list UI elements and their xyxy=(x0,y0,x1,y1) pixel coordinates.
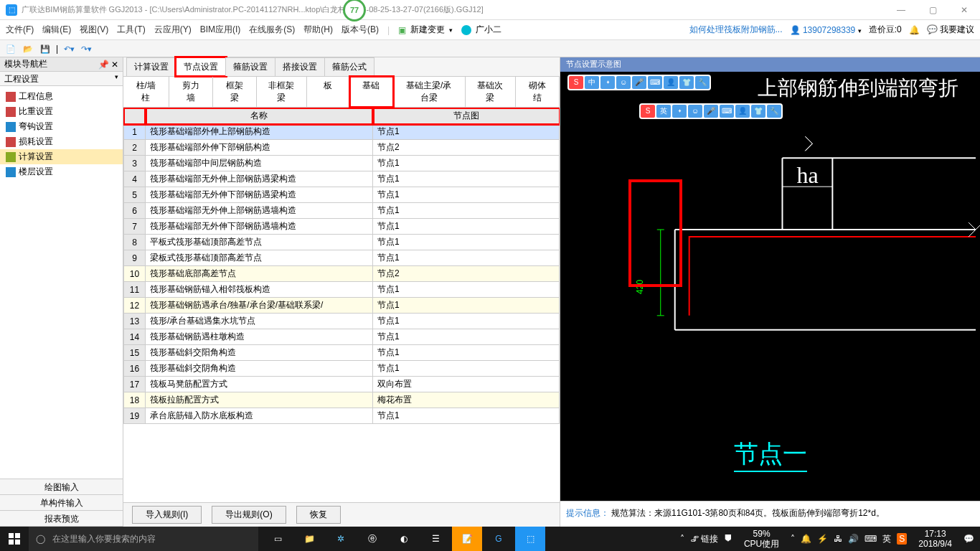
menu-cloud[interactable]: 云应用(Y) xyxy=(154,24,192,36)
ime-mic-icon[interactable]: 🎤 xyxy=(632,76,646,89)
edge-icon[interactable]: ⓔ xyxy=(357,527,387,551)
table-row[interactable]: 5筏形基础端部无外伸下部钢筋遇梁构造节点1 xyxy=(124,187,560,203)
lower-tab-3[interactable]: 非框架梁 xyxy=(257,77,307,107)
table-row[interactable]: 6筏形基础端部无外伸上部钢筋遇墙构造节点1 xyxy=(124,203,560,219)
redo-icon[interactable]: ↷▾ xyxy=(80,42,93,55)
tray-kbd-icon[interactable]: ⌨ xyxy=(864,534,877,544)
table-row[interactable]: 2筏形基础端部外伸下部钢筋构造节点2 xyxy=(124,140,560,156)
pin-icon[interactable]: 📌 ✕ xyxy=(98,60,118,70)
report-preview-button[interactable]: 报表预览 xyxy=(0,511,123,527)
menu-bim[interactable]: BIM应用(I) xyxy=(200,24,241,36)
table-row[interactable]: 14筏形基础钢筋遇柱墩构造节点1 xyxy=(124,329,560,345)
minimize-button[interactable]: — xyxy=(885,0,917,20)
export-rules-button[interactable]: 导出规则(O) xyxy=(212,506,286,524)
user-label[interactable]: 广小二 xyxy=(461,24,501,36)
save-icon[interactable]: 💾 xyxy=(39,42,52,55)
cpu-meter[interactable]: 59%CPU使用 xyxy=(738,527,785,550)
table-row[interactable]: 19承台底筋锚入防水底板构造节点1 xyxy=(124,408,560,424)
tree-item-0[interactable]: 工程信息 xyxy=(0,89,123,104)
tray-icon-1[interactable]: ⛊ xyxy=(724,534,732,544)
draw-input-button[interactable]: 绘图输入 xyxy=(0,479,123,495)
lower-tab-2[interactable]: 框架梁 xyxy=(213,77,257,107)
new-change-button[interactable]: ▣新建变更▾ xyxy=(398,24,453,36)
new-icon[interactable]: 📄 xyxy=(4,42,17,55)
feedback-button[interactable]: 💬 我要建议 xyxy=(927,24,974,36)
tray-bell-icon[interactable]: 🔔 xyxy=(801,534,811,544)
taskbar-search[interactable]: ◯ 在这里输入你要搜索的内容 xyxy=(29,527,258,551)
tray-chevron-icon[interactable]: ˄ xyxy=(680,534,684,544)
upper-tab-2[interactable]: 箍筋设置 xyxy=(225,57,275,76)
table-row[interactable]: 16筏形基础斜交阴角构造节点1 xyxy=(124,361,560,377)
app-icon-6[interactable]: G xyxy=(484,527,514,551)
question-link[interactable]: 如何处理筏板附加钢筋... xyxy=(689,24,783,36)
phone-label[interactable]: 👤 13907298339 ▾ xyxy=(790,25,862,35)
table-row[interactable]: 13筏形/承台基础遇集水坑节点节点1 xyxy=(124,314,560,329)
lower-tab-7[interactable]: 基础次梁 xyxy=(466,77,516,107)
tray-net-icon[interactable]: 🖧 xyxy=(834,534,842,544)
app-icon-2[interactable]: ✲ xyxy=(326,527,356,551)
table-row[interactable]: 3筏形基础端部中间层钢筋构造节点1 xyxy=(124,156,560,171)
project-settings-header[interactable]: 工程设置 ▾ xyxy=(0,72,123,86)
import-rules-button[interactable]: 导入规则(I) xyxy=(132,506,202,524)
table-row[interactable]: 4筏形基础端部无外伸上部钢筋遇梁构造节点1 xyxy=(124,171,560,187)
tree-item-2[interactable]: 弯钩设置 xyxy=(0,119,123,134)
menu-file[interactable]: 文件(F) xyxy=(6,24,34,36)
tray-vol-icon[interactable]: 🔊 xyxy=(848,534,859,544)
app-icon-5[interactable]: 📝 xyxy=(452,527,482,551)
tree-item-3[interactable]: 损耗设置 xyxy=(0,134,123,149)
table-row[interactable]: 17筏板马凳筋配置方式双向布置 xyxy=(124,377,560,392)
close-button[interactable]: ✕ xyxy=(948,0,980,20)
lower-tab-5[interactable]: 基础 xyxy=(350,77,393,107)
upper-tab-4[interactable]: 箍筋公式 xyxy=(324,57,374,76)
lower-tab-1[interactable]: 剪力墙 xyxy=(169,77,213,107)
ime-emoji-icon[interactable]: ☺ xyxy=(616,76,631,89)
ime-lang-icon[interactable]: 中 xyxy=(585,76,599,89)
table-row[interactable]: 15筏形基础斜交阳角构造节点1 xyxy=(124,345,560,361)
ime-user-icon[interactable]: 👤 xyxy=(664,76,678,89)
single-component-button[interactable]: 单构件输入 xyxy=(0,495,123,511)
table-row[interactable]: 18筏板拉筋配置方式梅花布置 xyxy=(124,392,560,408)
bell-icon[interactable]: 🔔 xyxy=(909,25,920,35)
ime-punct-icon[interactable]: ᠂ xyxy=(600,76,615,89)
lower-tab-0[interactable]: 柱/墙柱 xyxy=(123,77,169,107)
table-row[interactable]: 9梁板式筏形基础顶部高差节点节点1 xyxy=(124,250,560,266)
table-row[interactable]: 1筏形基础端部外伸上部钢筋构造节点1 xyxy=(124,124,560,140)
tray-link[interactable]: 🖇 链接 xyxy=(690,533,718,545)
ime-tool-icon[interactable]: 🔧 xyxy=(695,76,710,89)
open-icon[interactable]: 📂 xyxy=(22,42,34,55)
start-button[interactable] xyxy=(0,527,29,551)
app-icon-1[interactable]: 📁 xyxy=(294,527,324,551)
tray-lang[interactable]: 英 xyxy=(882,533,891,545)
ime-toolbar-top[interactable]: S 中 ᠂ ☺ 🎤 ⌨ 👤 👕 🔧 xyxy=(567,75,711,90)
menu-view[interactable]: 视图(V) xyxy=(80,24,108,36)
tray-icon-2[interactable]: ˄ xyxy=(791,534,795,544)
app-icon-3[interactable]: ◐ xyxy=(389,527,419,551)
menu-help[interactable]: 帮助(H) xyxy=(303,24,333,36)
tree-item-4[interactable]: 计算设置 xyxy=(0,149,123,164)
tray-sogou-icon[interactable]: S xyxy=(897,533,907,545)
tree-item-1[interactable]: 比重设置 xyxy=(0,104,123,119)
tree-item-5[interactable]: 楼层设置 xyxy=(0,164,123,179)
lower-tab-8[interactable]: 砌体结 xyxy=(516,77,560,107)
taskview-icon[interactable]: ▭ xyxy=(263,527,293,551)
maximize-button[interactable]: ▢ xyxy=(917,0,948,20)
tray-notif-icon[interactable]: 💬 xyxy=(963,534,974,544)
upper-tab-0[interactable]: 计算设置 xyxy=(126,57,176,76)
tray-clock[interactable]: 17:132018/9/4 xyxy=(913,527,958,550)
menu-edit[interactable]: 编辑(E) xyxy=(42,24,71,36)
ime-kbd-icon[interactable]: ⌨ xyxy=(648,76,662,89)
table-row[interactable]: 12筏形基础钢筋遇承台/独基/承台梁/基础联系梁/节点1 xyxy=(124,298,560,314)
restore-button[interactable]: 恢复 xyxy=(296,506,341,524)
table-row[interactable]: 11筏形基础钢筋锚入相邻筏板构造节点1 xyxy=(124,282,560,298)
lower-tab-6[interactable]: 基础主梁/承台梁 xyxy=(393,77,466,107)
tray-power-icon[interactable]: ⚡ xyxy=(817,534,828,544)
upper-tab-1[interactable]: 节点设置 xyxy=(176,57,226,76)
app-icon-4[interactable]: ☰ xyxy=(420,527,451,551)
settings-grid[interactable]: 名称 节点图 1筏形基础端部外伸上部钢筋构造节点12筏形基础端部外伸下部钢筋构造… xyxy=(123,108,560,424)
lower-tab-4[interactable]: 板 xyxy=(307,77,350,107)
menu-version[interactable]: 版本号(B) xyxy=(341,24,379,36)
menu-tools[interactable]: 工具(T) xyxy=(117,24,145,36)
menu-online[interactable]: 在线服务(S) xyxy=(249,24,295,36)
table-row[interactable]: 10筏形基础底部高差节点节点2 xyxy=(124,266,560,282)
ime-skin-icon[interactable]: 👕 xyxy=(679,76,694,89)
